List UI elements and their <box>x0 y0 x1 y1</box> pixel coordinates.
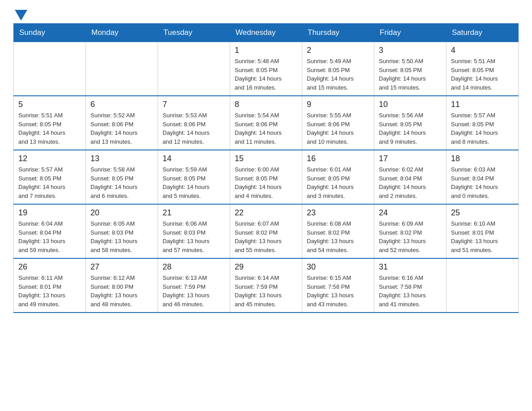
day-number: 18 <box>451 154 514 163</box>
day-number: 23 <box>307 208 369 218</box>
day-number: 17 <box>379 154 442 163</box>
calendar-cell: 26Sunrise: 6:11 AM Sunset: 8:01 PM Dayli… <box>14 258 86 313</box>
calendar-header: SundayMondayTuesdayWednesdayThursdayFrid… <box>14 24 519 42</box>
calendar-cell: 8Sunrise: 5:54 AM Sunset: 8:06 PM Daylig… <box>230 96 302 150</box>
calendar-cell: 14Sunrise: 5:59 AM Sunset: 8:05 PM Dayli… <box>158 150 230 204</box>
calendar-cell: 17Sunrise: 6:02 AM Sunset: 8:04 PM Dayli… <box>374 150 446 204</box>
day-number: 12 <box>18 154 81 163</box>
day-info: Sunrise: 5:51 AM Sunset: 8:05 PM Dayligh… <box>18 111 81 146</box>
calendar-cell: 18Sunrise: 6:03 AM Sunset: 8:04 PM Dayli… <box>446 150 519 204</box>
calendar-cell: 28Sunrise: 6:13 AM Sunset: 7:59 PM Dayli… <box>158 258 230 313</box>
day-info: Sunrise: 5:51 AM Sunset: 8:05 PM Dayligh… <box>451 57 514 92</box>
day-info: Sunrise: 6:04 AM Sunset: 8:04 PM Dayligh… <box>18 219 81 254</box>
day-number: 7 <box>163 100 225 109</box>
weekday-header-saturday: Saturday <box>446 24 519 42</box>
day-info: Sunrise: 6:00 AM Sunset: 8:05 PM Dayligh… <box>235 165 297 200</box>
calendar-table: SundayMondayTuesdayWednesdayThursdayFrid… <box>13 23 519 313</box>
calendar-cell: 2Sunrise: 5:49 AM Sunset: 8:05 PM Daylig… <box>302 42 374 96</box>
calendar-cell: 20Sunrise: 6:05 AM Sunset: 8:03 PM Dayli… <box>86 204 158 258</box>
day-info: Sunrise: 5:53 AM Sunset: 8:06 PM Dayligh… <box>163 111 225 146</box>
calendar-cell: 27Sunrise: 6:12 AM Sunset: 8:00 PM Dayli… <box>86 258 158 313</box>
day-number: 20 <box>90 208 153 218</box>
weekday-header-friday: Friday <box>374 24 446 42</box>
day-info: Sunrise: 6:10 AM Sunset: 8:01 PM Dayligh… <box>451 219 514 254</box>
day-number: 9 <box>307 100 369 109</box>
calendar-cell: 12Sunrise: 5:57 AM Sunset: 8:05 PM Dayli… <box>14 150 86 204</box>
day-info: Sunrise: 6:03 AM Sunset: 8:04 PM Dayligh… <box>451 165 514 200</box>
day-info: Sunrise: 5:56 AM Sunset: 8:05 PM Dayligh… <box>379 111 442 146</box>
day-info: Sunrise: 6:14 AM Sunset: 7:59 PM Dayligh… <box>235 274 297 308</box>
calendar-cell <box>86 42 158 96</box>
calendar-cell: 16Sunrise: 6:01 AM Sunset: 8:05 PM Dayli… <box>302 150 374 204</box>
calendar-cell: 30Sunrise: 6:15 AM Sunset: 7:58 PM Dayli… <box>302 258 374 313</box>
day-info: Sunrise: 6:16 AM Sunset: 7:58 PM Dayligh… <box>379 274 442 308</box>
day-number: 25 <box>451 208 514 218</box>
day-info: Sunrise: 5:54 AM Sunset: 8:06 PM Dayligh… <box>235 111 297 146</box>
day-number: 3 <box>379 46 442 55</box>
calendar-cell <box>14 42 86 96</box>
calendar-cell: 10Sunrise: 5:56 AM Sunset: 8:05 PM Dayli… <box>374 96 446 150</box>
day-number: 13 <box>90 154 153 163</box>
day-number: 1 <box>235 46 297 55</box>
day-number: 19 <box>18 208 81 218</box>
calendar-cell: 7Sunrise: 5:53 AM Sunset: 8:06 PM Daylig… <box>158 96 230 150</box>
day-number: 30 <box>307 262 369 272</box>
day-number: 11 <box>451 100 514 109</box>
day-info: Sunrise: 6:07 AM Sunset: 8:02 PM Dayligh… <box>235 219 297 254</box>
day-number: 8 <box>235 100 297 109</box>
calendar-cell <box>158 42 230 96</box>
logo <box>13 9 27 19</box>
day-info: Sunrise: 6:13 AM Sunset: 7:59 PM Dayligh… <box>163 274 225 308</box>
calendar-cell: 15Sunrise: 6:00 AM Sunset: 8:05 PM Dayli… <box>230 150 302 204</box>
calendar-cell: 24Sunrise: 6:09 AM Sunset: 8:02 PM Dayli… <box>374 204 446 258</box>
calendar-body: 1Sunrise: 5:48 AM Sunset: 8:05 PM Daylig… <box>14 42 519 313</box>
day-info: Sunrise: 6:08 AM Sunset: 8:02 PM Dayligh… <box>307 219 369 254</box>
calendar-cell: 31Sunrise: 6:16 AM Sunset: 7:58 PM Dayli… <box>374 258 446 313</box>
day-info: Sunrise: 5:59 AM Sunset: 8:05 PM Dayligh… <box>163 165 225 200</box>
calendar-cell: 6Sunrise: 5:52 AM Sunset: 8:06 PM Daylig… <box>86 96 158 150</box>
calendar-cell: 3Sunrise: 5:50 AM Sunset: 8:05 PM Daylig… <box>374 42 446 96</box>
calendar-cell <box>446 258 519 313</box>
day-number: 27 <box>90 262 153 272</box>
day-number: 28 <box>163 262 225 272</box>
day-number: 22 <box>235 208 297 218</box>
page-header <box>13 9 519 19</box>
day-info: Sunrise: 6:05 AM Sunset: 8:03 PM Dayligh… <box>90 219 153 254</box>
weekday-header-row: SundayMondayTuesdayWednesdayThursdayFrid… <box>14 24 519 42</box>
calendar-cell: 13Sunrise: 5:58 AM Sunset: 8:05 PM Dayli… <box>86 150 158 204</box>
calendar-cell: 22Sunrise: 6:07 AM Sunset: 8:02 PM Dayli… <box>230 204 302 258</box>
calendar-week-2: 5Sunrise: 5:51 AM Sunset: 8:05 PM Daylig… <box>14 96 519 150</box>
day-info: Sunrise: 5:55 AM Sunset: 8:06 PM Dayligh… <box>307 111 369 146</box>
day-number: 4 <box>451 46 514 55</box>
day-info: Sunrise: 6:01 AM Sunset: 8:05 PM Dayligh… <box>307 165 369 200</box>
day-number: 14 <box>163 154 225 163</box>
calendar-week-3: 12Sunrise: 5:57 AM Sunset: 8:05 PM Dayli… <box>14 150 519 204</box>
day-info: Sunrise: 6:15 AM Sunset: 7:58 PM Dayligh… <box>307 274 369 308</box>
day-number: 26 <box>18 262 81 272</box>
calendar-cell: 9Sunrise: 5:55 AM Sunset: 8:06 PM Daylig… <box>302 96 374 150</box>
day-number: 6 <box>90 100 153 109</box>
day-info: Sunrise: 5:58 AM Sunset: 8:05 PM Dayligh… <box>90 165 153 200</box>
day-number: 2 <box>307 46 369 55</box>
day-info: Sunrise: 5:57 AM Sunset: 8:05 PM Dayligh… <box>18 165 81 200</box>
day-number: 21 <box>163 208 225 218</box>
day-info: Sunrise: 6:12 AM Sunset: 8:00 PM Dayligh… <box>90 274 153 308</box>
calendar-cell: 21Sunrise: 6:06 AM Sunset: 8:03 PM Dayli… <box>158 204 230 258</box>
calendar-week-1: 1Sunrise: 5:48 AM Sunset: 8:05 PM Daylig… <box>14 42 519 96</box>
day-info: Sunrise: 5:52 AM Sunset: 8:06 PM Dayligh… <box>90 111 153 146</box>
weekday-header-monday: Monday <box>86 24 158 42</box>
weekday-header-sunday: Sunday <box>14 24 86 42</box>
calendar-week-5: 26Sunrise: 6:11 AM Sunset: 8:01 PM Dayli… <box>14 258 519 313</box>
day-info: Sunrise: 5:57 AM Sunset: 8:05 PM Dayligh… <box>451 111 514 146</box>
calendar-cell: 25Sunrise: 6:10 AM Sunset: 8:01 PM Dayli… <box>446 204 519 258</box>
day-number: 24 <box>379 208 442 218</box>
day-info: Sunrise: 6:09 AM Sunset: 8:02 PM Dayligh… <box>379 219 442 254</box>
day-number: 5 <box>18 100 81 109</box>
calendar-week-4: 19Sunrise: 6:04 AM Sunset: 8:04 PM Dayli… <box>14 204 519 258</box>
day-number: 29 <box>235 262 297 272</box>
calendar-cell: 4Sunrise: 5:51 AM Sunset: 8:05 PM Daylig… <box>446 42 519 96</box>
day-info: Sunrise: 6:02 AM Sunset: 8:04 PM Dayligh… <box>379 165 442 200</box>
svg-marker-0 <box>15 10 27 21</box>
weekday-header-thursday: Thursday <box>302 24 374 42</box>
logo-triangle-icon <box>15 10 27 21</box>
